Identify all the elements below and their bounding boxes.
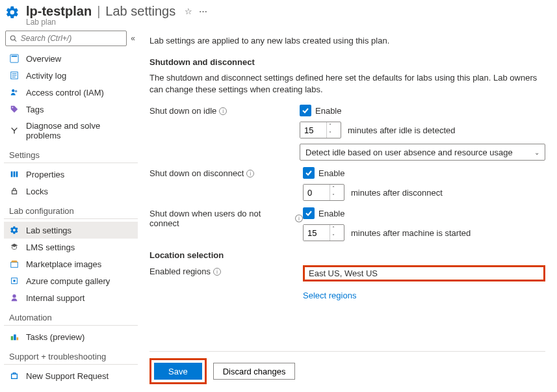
idle-mode-dropdown[interactable]: Detect idle based on user absence and re… xyxy=(300,144,545,161)
idle-minutes-input[interactable]: ˄˅ xyxy=(300,122,341,138)
sidebar-item-azure-compute-gallery[interactable]: Azure compute gallery xyxy=(4,272,138,289)
page-title-main: lp-testplan xyxy=(26,4,92,19)
sidebar-item-overview[interactable]: Overview xyxy=(4,50,138,67)
market-icon xyxy=(9,259,19,269)
lms-icon xyxy=(9,242,19,252)
svg-rect-21 xyxy=(17,337,19,340)
svg-rect-19 xyxy=(11,336,14,340)
favorite-icon[interactable]: ☆ xyxy=(185,7,192,16)
idle-label: Shut down on idlei xyxy=(149,105,300,116)
disconnect-enable-checkbox[interactable] xyxy=(303,167,315,179)
sidebar-item-label: LMS settings xyxy=(26,242,75,252)
shutdown-section-desc: The shutdown and disconnect settings def… xyxy=(149,72,545,96)
sidebar-item-access-control-iam-[interactable]: Access control (IAM) xyxy=(4,84,138,101)
sidebar-item-label: Activity log xyxy=(26,71,66,81)
enable-label: Enable xyxy=(315,106,341,116)
svg-rect-12 xyxy=(14,172,16,177)
sidebar-item-label: Diagnose and solve problems xyxy=(26,121,133,140)
compute-icon xyxy=(9,276,19,286)
sidebar-item-tasks-preview-[interactable]: Tasks (preview) xyxy=(4,328,138,345)
regions-label: Enabled regionsi xyxy=(149,265,303,276)
sidebar-item-label: New Support Request xyxy=(26,371,109,381)
spinner-up-icon[interactable]: ˄ xyxy=(327,122,333,130)
noconnect-enable-checkbox[interactable] xyxy=(303,207,315,219)
svg-rect-11 xyxy=(11,172,13,177)
svg-rect-15 xyxy=(11,262,18,267)
sidebar-item-lab-settings[interactable]: Lab settings xyxy=(4,222,138,239)
sidebar-item-label: Lab settings xyxy=(26,226,71,235)
sidebar-section-header: Lab configuration xyxy=(4,200,138,219)
info-icon[interactable]: i xyxy=(246,170,254,177)
svg-line-1 xyxy=(14,40,16,42)
support-icon xyxy=(9,293,19,303)
sidebar-item-label: Properties xyxy=(26,170,64,179)
svg-rect-13 xyxy=(16,172,18,177)
sidebar-section-header: Settings xyxy=(4,144,138,163)
sidebar-item-new-support-request[interactable]: New Support Request xyxy=(4,367,138,384)
page-header: lp-testplan | Lab settings ☆ ⋯ Lab plan xyxy=(0,0,557,27)
svg-rect-14 xyxy=(12,190,17,194)
noconnect-minutes-input[interactable]: ˄˅ xyxy=(303,224,344,241)
chevron-down-icon: ⌄ xyxy=(534,149,539,156)
disconnect-minutes-input[interactable]: ˄˅ xyxy=(303,184,344,201)
props-icon xyxy=(9,169,19,179)
page-title-section: Lab settings xyxy=(105,4,175,19)
sidebar-item-label: Access control (IAM) xyxy=(26,88,104,98)
save-button[interactable]: Save xyxy=(154,363,202,380)
disconnect-label: Shut down on disconnecti xyxy=(149,167,303,178)
tags-icon xyxy=(9,104,19,114)
idle-enable-checkbox[interactable] xyxy=(300,105,311,116)
search-box[interactable] xyxy=(5,31,127,46)
collapse-sidebar-icon[interactable]: « xyxy=(131,34,135,43)
locks-icon xyxy=(9,186,19,196)
discard-button[interactable]: Discard changes xyxy=(213,363,296,380)
spinner-down-icon[interactable]: ˅ xyxy=(327,130,333,138)
sidebar-item-activity-log[interactable]: Activity log xyxy=(4,67,138,84)
sidebar-item-label: Locks xyxy=(26,187,48,196)
sidebar: « OverviewActivity logAccess control (IA… xyxy=(0,27,138,392)
footer-bar: Save Discard changes xyxy=(149,351,545,384)
more-icon[interactable]: ⋯ xyxy=(199,7,207,16)
svg-rect-22 xyxy=(12,374,18,378)
sidebar-item-tags[interactable]: Tags xyxy=(4,101,138,118)
regions-value: East US, West US xyxy=(303,265,545,281)
search-icon xyxy=(10,34,17,42)
svg-point-8 xyxy=(12,89,14,92)
info-icon[interactable]: i xyxy=(219,107,227,115)
svg-point-17 xyxy=(13,280,16,282)
info-icon[interactable]: i xyxy=(295,215,303,222)
activity-icon xyxy=(9,70,19,81)
svg-rect-20 xyxy=(14,335,16,341)
sidebar-item-label: Overview xyxy=(26,54,61,64)
info-icon[interactable]: i xyxy=(213,268,221,276)
idle-suffix: minutes after idle is detected xyxy=(348,125,455,135)
search-input[interactable] xyxy=(21,34,122,43)
sidebar-section-header: Support + troubleshooting xyxy=(4,345,138,365)
newreq-icon xyxy=(9,371,19,381)
sidebar-item-label: Tags xyxy=(26,105,44,114)
overview-icon xyxy=(9,53,19,64)
shutdown-section-title: Shutdown and disconnect xyxy=(149,57,545,67)
noconnect-label: Shut down when users do not connecti xyxy=(149,207,303,228)
sidebar-item-label: Internal support xyxy=(26,293,84,303)
svg-point-18 xyxy=(12,294,16,298)
sidebar-item-label: Marketplace images xyxy=(26,259,101,269)
tasks-icon xyxy=(9,332,19,342)
svg-point-0 xyxy=(10,36,15,40)
sidebar-item-locks[interactable]: Locks xyxy=(4,183,138,200)
svg-point-9 xyxy=(15,90,18,93)
sidebar-item-diagnose-and-solve-problems[interactable]: Diagnose and solve problems xyxy=(4,118,138,144)
svg-rect-3 xyxy=(12,56,18,57)
sidebar-item-internal-support[interactable]: Internal support xyxy=(4,289,138,306)
sidebar-section-header: Automation xyxy=(4,306,138,326)
access-icon xyxy=(9,87,19,98)
intro-text: Lab settings are applied to any new labs… xyxy=(149,36,545,46)
diagnose-icon xyxy=(9,125,19,136)
sidebar-item-label: Tasks (preview) xyxy=(26,332,84,342)
sidebar-item-marketplace-images[interactable]: Marketplace images xyxy=(4,255,138,272)
sidebar-item-properties[interactable]: Properties xyxy=(4,166,138,183)
gear-icon xyxy=(9,225,19,235)
sidebar-item-label: Azure compute gallery xyxy=(26,276,110,286)
sidebar-item-lms-settings[interactable]: LMS settings xyxy=(4,239,138,255)
select-regions-link[interactable]: Select regions xyxy=(303,291,545,300)
